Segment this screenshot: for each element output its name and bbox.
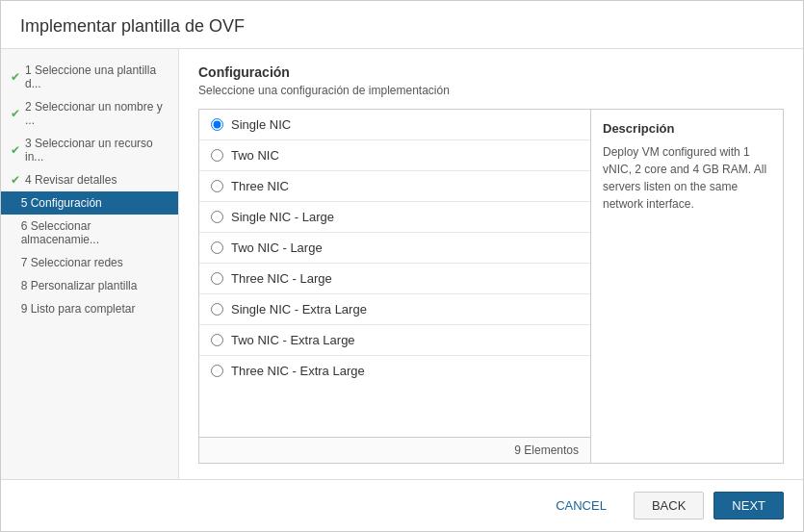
option-label-single-nic-xl: Single NIC - Extra Large <box>231 302 367 317</box>
option-row-three-nic-large[interactable]: Three NIC - Large <box>199 264 590 294</box>
section-subtitle: Seleccione una configuración de implemen… <box>198 84 784 97</box>
section-title: Configuración <box>198 64 784 80</box>
sidebar-item-label: 6 Seleccionar almacenamie... <box>21 219 169 246</box>
sidebar-item-step2[interactable]: ✔2 Seleccionar un nombre y ... <box>1 95 178 132</box>
sidebar-item-label: 5 Configuración <box>21 196 102 210</box>
step-num <box>11 279 17 292</box>
sidebar-item-label: 4 Revisar detalles <box>25 173 117 187</box>
option-label-three-nic-large: Three NIC - Large <box>231 271 332 286</box>
option-row-two-nic[interactable]: Two NIC <box>199 140 590 171</box>
description-panel: Descripción Deploy VM configured with 1 … <box>591 109 784 464</box>
sidebar-item-step1[interactable]: ✔1 Seleccione una plantilla d... <box>1 59 178 95</box>
option-row-three-nic-xl[interactable]: Three NIC - Extra Large <box>199 356 590 386</box>
next-button[interactable]: NEXT <box>713 492 784 519</box>
sidebar-item-label: 8 Personalizar plantilla <box>21 279 138 292</box>
option-label-three-nic: Three NIC <box>231 179 289 193</box>
check-icon: ✔ <box>11 143 20 157</box>
step-num <box>11 196 17 210</box>
sidebar-item-step4[interactable]: ✔4 Revisar detalles <box>1 168 178 191</box>
sidebar-item-label: 9 Listo para completar <box>21 302 136 316</box>
option-row-two-nic-large[interactable]: Two NIC - Large <box>199 233 590 264</box>
sidebar-item-step6[interactable]: 6 Seleccionar almacenamie... <box>1 215 178 251</box>
check-icon: ✔ <box>11 173 20 187</box>
option-label-three-nic-xl: Three NIC - Extra Large <box>231 364 365 378</box>
radio-two-nic-large[interactable] <box>211 241 223 254</box>
cancel-button[interactable]: CANCEL <box>538 493 624 519</box>
radio-two-nic[interactable] <box>211 149 223 162</box>
options-panel: Single NICTwo NICThree NICSingle NIC - L… <box>198 109 591 438</box>
radio-single-nic-large[interactable] <box>211 211 223 223</box>
sidebar-item-label: 3 Seleccionar un recurso in... <box>25 137 169 164</box>
step-num <box>11 226 17 240</box>
check-icon: ✔ <box>11 70 20 84</box>
radio-single-nic[interactable] <box>211 118 223 131</box>
description-text: Deploy VM configured with 1 vNIC, 2 core… <box>603 143 771 213</box>
dialog-body: ✔1 Seleccione una plantilla d...✔2 Selec… <box>1 49 803 479</box>
radio-three-nic[interactable] <box>211 180 223 192</box>
option-label-two-nic: Two NIC <box>231 148 279 163</box>
option-label-single-nic-large: Single NIC - Large <box>231 210 334 224</box>
options-footer: 9 Elementos <box>198 438 591 464</box>
option-row-three-nic[interactable]: Three NIC <box>199 171 590 202</box>
option-row-two-nic-xl[interactable]: Two NIC - Extra Large <box>199 325 590 356</box>
option-row-single-nic-large[interactable]: Single NIC - Large <box>199 202 590 233</box>
radio-three-nic-xl[interactable] <box>211 365 223 377</box>
option-row-single-nic[interactable]: Single NIC <box>199 110 590 140</box>
description-title: Descripción <box>603 121 771 136</box>
sidebar-item-step3[interactable]: ✔3 Seleccionar un recurso in... <box>1 132 178 168</box>
step-num <box>11 302 17 316</box>
dialog-footer: CANCEL BACK NEXT <box>1 479 803 531</box>
sidebar-item-label: 2 Seleccionar un nombre y ... <box>25 100 169 127</box>
items-count: 9 Elementos <box>514 443 579 457</box>
sidebar-item-step5[interactable]: 5 Configuración <box>1 191 178 215</box>
main-content: Configuración Seleccione una configuraci… <box>179 49 803 479</box>
content-area: Single NICTwo NICThree NICSingle NIC - L… <box>198 109 784 464</box>
dialog: Implementar plantilla de OVF ✔1 Seleccio… <box>0 0 804 532</box>
sidebar-item-step9[interactable]: 9 Listo para completar <box>1 297 178 320</box>
check-icon: ✔ <box>11 107 20 120</box>
back-button[interactable]: BACK <box>634 492 704 519</box>
sidebar: ✔1 Seleccione una plantilla d...✔2 Selec… <box>1 49 179 479</box>
sidebar-item-step7[interactable]: 7 Seleccionar redes <box>1 251 178 274</box>
radio-two-nic-xl[interactable] <box>211 334 223 346</box>
sidebar-item-label: 1 Seleccione una plantilla d... <box>25 63 169 90</box>
radio-single-nic-xl[interactable] <box>211 303 223 316</box>
option-label-two-nic-xl: Two NIC - Extra Large <box>231 333 355 347</box>
step-num <box>11 256 17 269</box>
option-label-two-nic-large: Two NIC - Large <box>231 241 323 255</box>
radio-three-nic-large[interactable] <box>211 272 223 285</box>
option-row-single-nic-xl[interactable]: Single NIC - Extra Large <box>199 294 590 325</box>
sidebar-item-label: 7 Seleccionar redes <box>21 256 123 269</box>
option-label-single-nic: Single NIC <box>231 117 291 132</box>
dialog-title: Implementar plantilla de OVF <box>1 1 803 49</box>
sidebar-item-step8[interactable]: 8 Personalizar plantilla <box>1 274 178 297</box>
